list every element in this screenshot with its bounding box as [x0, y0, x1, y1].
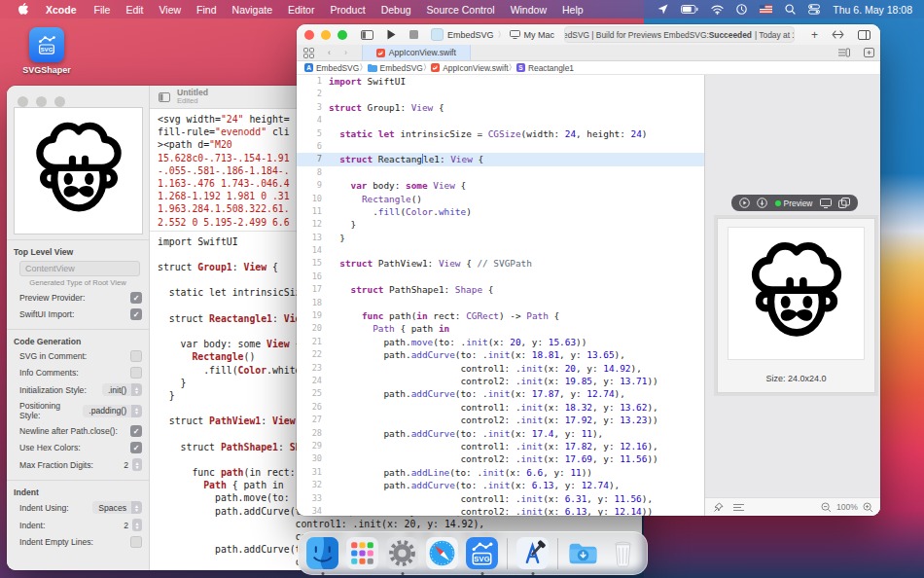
- back-button[interactable]: ‹: [328, 48, 331, 57]
- code-line[interactable]: 28 path.addCurve(to: .init(x: 17.4, y: 1…: [297, 427, 704, 440]
- forward-button[interactable]: ›: [344, 48, 347, 57]
- sidebar-toggle-icon[interactable]: [159, 92, 170, 102]
- zoom-in-icon[interactable]: [863, 502, 873, 513]
- toplevel-name-field[interactable]: ContentView: [19, 261, 140, 276]
- add-button[interactable]: +: [811, 28, 818, 42]
- checkbox[interactable]: [130, 367, 142, 379]
- checkbox[interactable]: ✓: [130, 425, 142, 437]
- code-line[interactable]: 23 control1: .init(x: 20, y: 14.92),: [297, 362, 704, 375]
- code-line[interactable]: 22 path.addCurve(to: .init(x: 18.81, y: …: [297, 348, 704, 361]
- stop-button[interactable]: [409, 30, 418, 39]
- menu-item-edit[interactable]: Edit: [118, 4, 151, 16]
- navigator-toggle-icon[interactable]: [361, 30, 373, 40]
- code-line[interactable]: 9 var body: some View {: [297, 179, 704, 192]
- editor-options-icon[interactable]: [838, 48, 850, 57]
- menu-item-source-control[interactable]: Source Control: [419, 4, 503, 16]
- code-line[interactable]: 12 }: [297, 218, 704, 231]
- code-line[interactable]: 5 static let intrinsicSize = CGSize(widt…: [297, 127, 704, 140]
- menu-item-navigate[interactable]: Navigate: [225, 4, 280, 16]
- code-editor[interactable]: 1import SwiftUI 2 3struct Group1: View {…: [297, 75, 704, 516]
- minimize-button[interactable]: [36, 96, 47, 107]
- code-line[interactable]: 3struct Group1: View {: [297, 101, 704, 114]
- code-line[interactable]: 11 .fill(Color.white): [297, 205, 704, 218]
- checkbox[interactable]: [130, 536, 142, 548]
- dropdown[interactable]: .padding()▲▼: [83, 405, 142, 417]
- version-editor-icon[interactable]: [832, 30, 844, 39]
- menu-item-window[interactable]: Window: [503, 4, 554, 16]
- scheme-selector[interactable]: EmbedSVG 〉 My Mac: [431, 28, 554, 41]
- breadcrumb-item[interactable]: AEmbedSVG: [304, 63, 359, 73]
- pin-preview-icon[interactable]: [757, 198, 767, 208]
- dropdown[interactable]: .init()▲▼: [102, 383, 142, 396]
- code-line[interactable]: 16: [297, 271, 704, 283]
- code-line[interactable]: 17 struct PathShape1: Shape {: [297, 283, 704, 296]
- code-line[interactable]: 34 control2: .init(x: 6.13, y: 12.14)): [297, 505, 704, 516]
- pin-icon[interactable]: [713, 502, 724, 513]
- code-line[interactable]: 14: [297, 244, 704, 257]
- live-preview-icon[interactable]: [739, 198, 750, 208]
- dock-item-finder[interactable]: [305, 536, 339, 570]
- shortcuts-icon[interactable]: [736, 4, 747, 15]
- search-icon[interactable]: [785, 4, 796, 15]
- code-line[interactable]: 10 Rectangle(): [297, 193, 704, 205]
- apple-menu-icon[interactable]: [10, 3, 36, 16]
- breadcrumb-item[interactable]: SReactangle1: [516, 63, 574, 73]
- code-line[interactable]: 19 func path(in rect: CGRect) -> Path {: [297, 309, 704, 322]
- add-editor-icon[interactable]: [864, 48, 874, 57]
- tab-appiconview[interactable]: AppIconView.swift: [362, 45, 471, 60]
- code-line[interactable]: 25 path.addCurve(to: .init(x: 17.87, y: …: [297, 387, 704, 400]
- code-line[interactable]: 6: [297, 140, 704, 153]
- desktop-icon-svgshaper[interactable]: SVG SVGShaper: [14, 27, 80, 75]
- editor-layout-icon[interactable]: [858, 30, 871, 40]
- dock-item-launchpad[interactable]: [345, 536, 379, 570]
- code-line[interactable]: 21 path.move(to: .init(x: 20, y: 15.63)): [297, 336, 704, 348]
- menu-item-help[interactable]: Help: [554, 4, 591, 16]
- code-line[interactable]: 26 control1: .init(x: 18.32, y: 13.62),: [297, 401, 704, 414]
- code-line[interactable]: 29 control1: .init(x: 17.82, y: 12.16),: [297, 440, 704, 452]
- menu-app-name[interactable]: Xcode: [38, 4, 85, 16]
- checkbox[interactable]: ✓: [130, 292, 142, 304]
- breadcrumb-item[interactable]: EmbedSVG: [368, 63, 423, 73]
- dropdown[interactable]: Spaces▲▼: [92, 501, 142, 514]
- checkbox[interactable]: ✓: [130, 442, 142, 453]
- code-line[interactable]: 32 path.addCurve(to: .init(x: 6.13, y: 1…: [297, 479, 704, 491]
- device-preview-icon[interactable]: [820, 199, 832, 208]
- menu-item-editor[interactable]: Editor: [280, 4, 322, 16]
- breadcrumb-item[interactable]: AppIconView.swift: [431, 63, 508, 73]
- stepper[interactable]: 2▲▼: [124, 519, 142, 531]
- menu-clock[interactable]: Thu 6. May 18:08: [833, 4, 912, 16]
- menu-item-debug[interactable]: Debug: [373, 4, 419, 16]
- dock-item-xcode[interactable]: [515, 536, 550, 570]
- menu-item-file[interactable]: File: [87, 4, 119, 16]
- wifi-icon[interactable]: [711, 5, 724, 15]
- stepper[interactable]: 2▲▼: [124, 458, 142, 471]
- dock-item-trash[interactable]: [606, 536, 640, 570]
- control-center-icon[interactable]: [808, 4, 820, 15]
- code-line[interactable]: 2: [297, 88, 704, 100]
- us-flag-icon[interactable]: [760, 5, 772, 14]
- code-line[interactable]: 33 control1: .init(x: 6.31, y: 11.56),: [297, 492, 704, 505]
- menu-item-view[interactable]: View: [152, 4, 190, 16]
- code-line[interactable]: 18: [297, 297, 704, 309]
- zoom-button[interactable]: [338, 30, 347, 40]
- code-line[interactable]: 1import SwiftUI: [297, 75, 704, 88]
- code-line[interactable]: 31 path.addLine(to: .init(x: 6.6, y: 11)…: [297, 466, 704, 479]
- code-line[interactable]: 27 control2: .init(x: 17.92, y: 13.23)): [297, 414, 704, 426]
- preview-device-card[interactable]: Size: 24.0x24.0: [717, 218, 875, 393]
- dock-item-svgshaper[interactable]: SVG: [465, 536, 499, 570]
- minimize-button[interactable]: [321, 30, 331, 40]
- code-line[interactable]: 30 control2: .init(x: 17.69, y: 11.56)): [297, 452, 704, 465]
- close-button[interactable]: [304, 30, 314, 40]
- run-button[interactable]: [387, 29, 396, 40]
- code-line[interactable]: 24 control2: .init(x: 19.85, y: 13.71)): [297, 375, 704, 387]
- dock-item-system-preferences[interactable]: [385, 536, 419, 570]
- zoom-button[interactable]: [54, 96, 65, 107]
- code-line[interactable]: 13 }: [297, 232, 704, 244]
- code-line[interactable]: 7 struct Reactangle1: View {: [297, 153, 704, 165]
- menu-item-find[interactable]: Find: [189, 4, 224, 16]
- code-line[interactable]: 4: [297, 114, 704, 126]
- tab-overview-icon[interactable]: [303, 48, 314, 58]
- code-line[interactable]: 20 Path { path in: [297, 322, 704, 335]
- location-icon[interactable]: [657, 4, 668, 15]
- menu-item-product[interactable]: Product: [322, 4, 373, 16]
